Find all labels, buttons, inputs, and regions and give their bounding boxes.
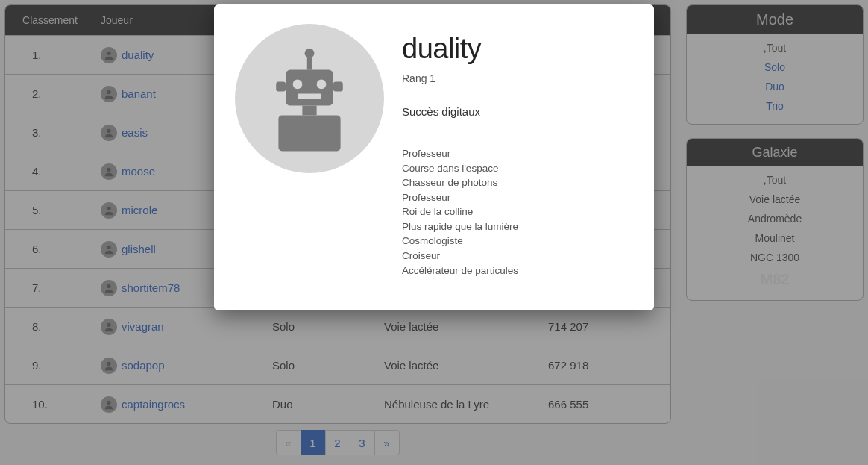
profile-success-title: Succès digitaux <box>402 105 633 118</box>
svg-point-18 <box>317 79 327 89</box>
achievement-item: Professeur <box>402 146 633 161</box>
achievement-item: Chasseur de photons <box>402 175 633 190</box>
svg-rect-19 <box>298 94 321 99</box>
achievement-item: Professeur <box>402 190 633 205</box>
svg-rect-13 <box>276 82 286 92</box>
robot-icon <box>250 39 369 158</box>
svg-rect-15 <box>302 106 316 116</box>
svg-rect-11 <box>307 55 312 69</box>
svg-rect-14 <box>333 82 343 92</box>
svg-point-17 <box>293 79 303 89</box>
achievement-item: Cosmologiste <box>402 234 633 249</box>
player-profile-modal: duality Rang 1 Succès digitaux Professeu… <box>214 4 654 310</box>
achievement-item: Plus rapide que la lumière <box>402 219 633 234</box>
modal-overlay[interactable]: duality Rang 1 Succès digitaux Professeu… <box>0 0 868 465</box>
svg-rect-12 <box>286 70 333 106</box>
achievement-item: Course dans l'espace <box>402 161 633 176</box>
achievement-item: Roi de la colline <box>402 205 633 219</box>
profile-rank: Rang 1 <box>402 72 633 84</box>
achievements-list: ProfesseurCourse dans l'espaceChasseur d… <box>402 146 633 278</box>
profile-name: duality <box>402 33 633 65</box>
avatar <box>235 24 384 173</box>
achievement-item: Accélérateur de particules <box>402 263 633 278</box>
svg-rect-16 <box>278 115 340 151</box>
achievement-item: Croiseur <box>402 249 633 263</box>
